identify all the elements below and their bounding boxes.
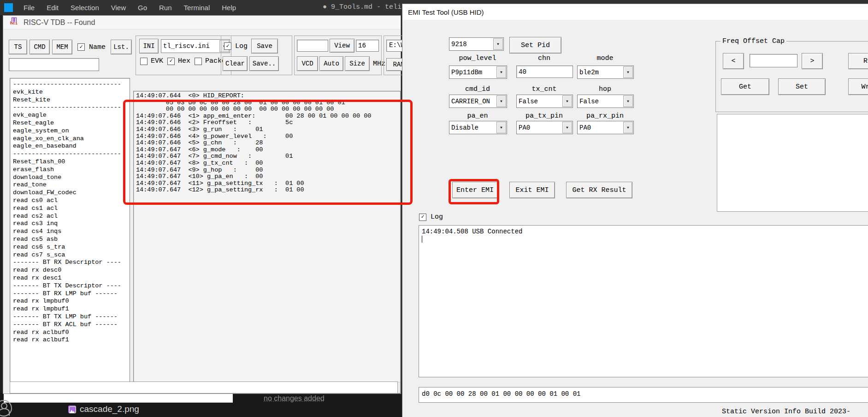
view-button[interactable]: View (330, 39, 354, 53)
command-list-item[interactable]: eagle_en_baseband (13, 143, 130, 150)
freq-prev-button[interactable]: < (723, 53, 744, 69)
command-list-item[interactable]: ------- BT TX Descriptor ---- (13, 282, 130, 290)
command-list-item[interactable]: read rx aclbuf1 (13, 336, 130, 344)
log-checkbox[interactable]: ✓ (224, 42, 231, 50)
tx-cnt-combo[interactable]: False ▼ (516, 95, 573, 108)
ini-file-combo[interactable]: tl_riscv.ini ▼ (161, 39, 230, 53)
evk-checkbox[interactable] (140, 58, 148, 65)
view-filter-input[interactable] (297, 40, 328, 52)
command-list-item[interactable]: read rx lmpbuf0 (13, 298, 130, 305)
riscv-titlebar[interactable]: ∏∏ hci RISC-V TDB -- Found (3, 16, 401, 30)
auto-button[interactable]: Auto (319, 56, 343, 71)
freq-value-input[interactable] (356, 40, 379, 52)
chevron-down-icon[interactable]: ▼ (493, 38, 503, 50)
command-list-item[interactable]: ------- BT RX ACL buf ------ (13, 321, 130, 329)
chevron-down-icon[interactable]: ▼ (562, 95, 572, 107)
chevron-down-icon[interactable]: ▼ (623, 122, 633, 133)
chevron-down-icon[interactable]: ▼ (496, 66, 506, 78)
emi-titlebar[interactable]: EMI Test Tool (USB HID) (402, 4, 868, 20)
chevron-down-icon[interactable]: ▼ (623, 66, 633, 78)
command-list-item[interactable]: read rx desc0 (13, 267, 130, 274)
menu-item[interactable]: Go (132, 4, 153, 12)
emi-log-checkbox[interactable]: ✓ (419, 214, 426, 221)
command-list-item[interactable]: ------- BT TX LMP buf ------ (13, 313, 130, 321)
hop-combo[interactable]: False ▼ (577, 95, 634, 108)
ts-button[interactable]: TS (9, 40, 27, 54)
pa-tx-pin-combo[interactable]: PA0 ▼ (516, 121, 573, 134)
command-list-item[interactable]: read cs6 s_tra (13, 244, 130, 251)
command-list-item[interactable]: read cs1 acl (13, 205, 130, 213)
command-list-item[interactable]: Reset_eagle (13, 119, 130, 127)
command-list-item[interactable]: eagle_system_on (13, 127, 130, 135)
command-list-item[interactable]: Reset_flash_00 (13, 158, 130, 166)
mode-combo[interactable]: ble2m ▼ (577, 66, 634, 79)
hex-checkbox[interactable]: ✓ (167, 58, 175, 65)
command-list-item[interactable]: read_tone (13, 181, 130, 189)
save-as-button[interactable]: Save.. (249, 56, 279, 71)
clear-button[interactable]: Clear (223, 56, 248, 71)
command-list-item[interactable]: read cs3 inq (13, 220, 130, 228)
cmd-button[interactable]: CMD (30, 40, 50, 54)
menu-item[interactable]: Selection (65, 4, 105, 12)
taskbar-file-item[interactable]: cascade_2.png (68, 404, 139, 414)
pa-rx-pin-combo[interactable]: PA0 ▼ (577, 121, 634, 134)
command-list-item[interactable]: read cs0 acl (13, 197, 130, 205)
command-list-item[interactable]: ------- BT RX LMP buf ------ (13, 290, 130, 298)
menu-item[interactable]: View (105, 4, 132, 12)
command-list-item[interactable]: ----------------------------- (13, 104, 130, 112)
set-pid-button[interactable]: Set Pid (509, 37, 561, 54)
freq-result-box[interactable] (717, 114, 868, 212)
menu-item[interactable]: Terminal (178, 4, 216, 12)
get-button[interactable]: Get (721, 78, 769, 95)
emi-log-textarea[interactable]: 14:49:04.508 USB Connected (419, 225, 868, 377)
command-list-item[interactable]: erase_flash (13, 166, 130, 174)
emi-hex-textarea[interactable]: d0 0c 00 00 28 00 01 00 00 00 00 01 00 0… (419, 387, 868, 403)
read-button[interactable]: Read (848, 53, 868, 69)
command-list-item[interactable]: evk_eagle (13, 112, 130, 119)
mem-button[interactable]: MEM (52, 40, 72, 54)
command-list-item[interactable]: read cs4 inqs (13, 228, 130, 236)
command-list-item[interactable]: eagle_xo_en_clk_ana (13, 135, 130, 143)
command-list-item[interactable]: read cs5 asb (13, 236, 130, 244)
packet-checkbox[interactable] (195, 58, 202, 65)
chevron-down-icon[interactable]: ▼ (496, 122, 506, 133)
command-list-item[interactable]: read rx desc1 (13, 274, 130, 282)
write-button[interactable]: Write (848, 78, 868, 95)
chevron-down-icon[interactable]: ▼ (623, 95, 633, 107)
menu-item[interactable]: Edit (41, 4, 65, 12)
freq-offset-input[interactable] (750, 54, 797, 67)
chevron-down-icon[interactable]: ▼ (562, 122, 572, 133)
toolbar-text-input[interactable] (9, 58, 99, 71)
lst-button[interactable]: Lst. (111, 40, 132, 54)
command-list-item[interactable]: read cs7 s_sca (13, 251, 130, 259)
riscv-status-box[interactable] (10, 381, 398, 393)
size-button[interactable]: Size (345, 56, 370, 71)
menu-item[interactable]: File (18, 4, 41, 12)
command-list-item[interactable]: read rx aclbuf0 (13, 329, 130, 337)
pid-combo[interactable]: 9218 ▼ (449, 37, 504, 51)
command-list-item[interactable]: download_FW_codec (13, 189, 130, 197)
chn-input[interactable] (516, 66, 573, 78)
command-list-item[interactable]: download_tone (13, 174, 130, 182)
pa-en-combo[interactable]: Disable ▼ (449, 121, 507, 134)
ini-button[interactable]: INI (139, 39, 159, 54)
command-list-item[interactable]: evk_kite (13, 89, 130, 96)
command-list-item[interactable]: ------- BT RX Descriptor ---- (13, 259, 130, 267)
vcd-button[interactable]: VCD (297, 56, 318, 71)
chevron-down-icon[interactable]: ▼ (496, 95, 506, 107)
exit-emi-button[interactable]: Exit EMI (509, 182, 555, 198)
command-list-item[interactable]: Reset_kite (13, 96, 130, 104)
set-button[interactable]: Set (778, 78, 826, 95)
name-checkbox[interactable]: ✓ (77, 43, 85, 51)
freq-next-button[interactable]: > (802, 53, 823, 69)
command-list-item[interactable]: read rx lmpbuf1 (13, 305, 130, 313)
menu-item[interactable]: Run (153, 4, 178, 12)
pow-level-combo[interactable]: P9p11dBm ▼ (449, 66, 507, 79)
command-list-item[interactable]: ----------------------------- (13, 81, 130, 89)
command-list-item[interactable]: ----------------------------- (13, 150, 130, 158)
save-button[interactable]: Save (251, 39, 278, 54)
menu-item[interactable]: Help (216, 4, 242, 12)
command-list-item[interactable]: read cs2 acl (13, 213, 130, 220)
get-rx-result-button[interactable]: Get RX Result (566, 182, 632, 198)
cmd-id-combo[interactable]: CARRIER_ON ▼ (449, 95, 507, 108)
